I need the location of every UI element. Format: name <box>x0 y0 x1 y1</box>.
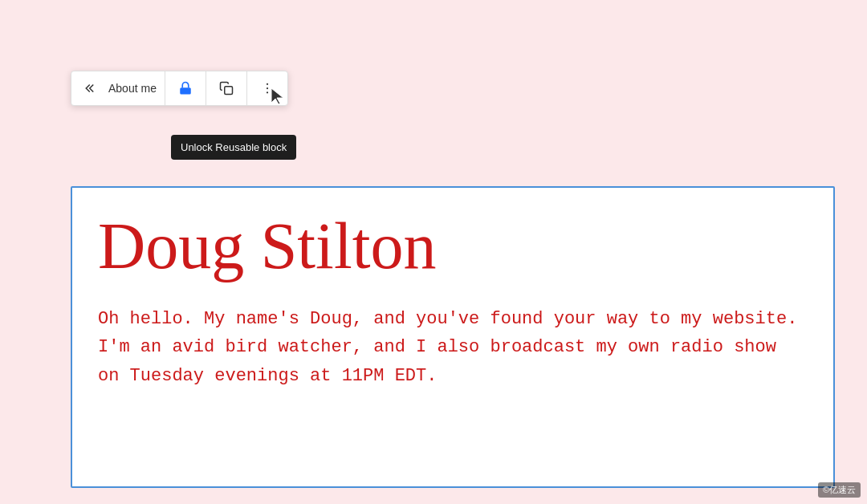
tooltip-text: Unlock Reusable block <box>181 141 287 153</box>
lock-icon <box>178 81 193 96</box>
more-options-button[interactable] <box>255 76 279 100</box>
block-type-button[interactable] <box>79 76 104 100</box>
block-type-icon <box>84 81 99 96</box>
toolbar-block-type-section: About me <box>71 71 165 105</box>
watermark-text: ©亿速云 <box>823 485 856 494</box>
copy-icon <box>219 81 234 96</box>
block-heading: Doug Stilton <box>98 210 808 282</box>
block-name-label: About me <box>108 82 157 95</box>
copy-button[interactable] <box>214 76 238 100</box>
lock-button[interactable] <box>173 76 197 100</box>
toolbar-lock-section <box>165 71 206 105</box>
svg-point-3 <box>267 87 268 89</box>
toolbar-copy-section <box>206 71 247 105</box>
svg-point-4 <box>267 91 268 93</box>
more-icon <box>260 81 275 96</box>
svg-point-2 <box>267 83 268 85</box>
tooltip: Unlock Reusable block <box>171 135 296 160</box>
block-toolbar: About me <box>71 71 288 106</box>
svg-rect-0 <box>180 87 191 94</box>
watermark: ©亿速云 <box>818 482 861 498</box>
toolbar-more-section <box>247 71 287 105</box>
svg-rect-1 <box>225 87 233 95</box>
content-block: Doug Stilton Oh hello. My name's Doug, a… <box>71 186 835 488</box>
block-body: Oh hello. My name's Doug, and you've fou… <box>98 305 808 390</box>
